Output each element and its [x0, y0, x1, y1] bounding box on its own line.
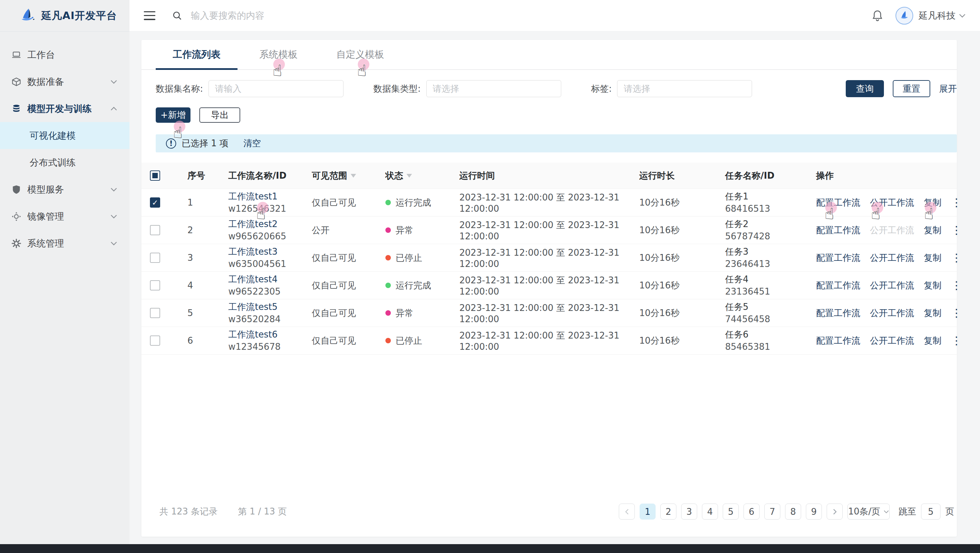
- select-all-checkbox[interactable]: [150, 171, 160, 181]
- sidebar-item-data-prep[interactable]: 数据准备: [0, 68, 129, 95]
- more-actions-icon[interactable]: ⋮: [951, 282, 962, 289]
- global-search[interactable]: 输入要搜索的内容: [172, 10, 872, 22]
- workflow-name-link[interactable]: 工作流test3: [228, 245, 303, 258]
- workflow-name-link[interactable]: 工作流test6: [228, 328, 303, 341]
- hamburger-menu-icon[interactable]: [144, 11, 155, 20]
- company-name[interactable]: 延凡科技: [919, 10, 956, 22]
- tab-1[interactable]: 工作流列表: [156, 40, 237, 69]
- filter-input-1[interactable]: 请输入: [208, 80, 344, 97]
- page-button-6[interactable]: 6: [743, 504, 759, 520]
- status-badge: 异常: [385, 224, 451, 236]
- page-button-9[interactable]: 9: [806, 504, 822, 520]
- configure-workflow-link[interactable]: 配置工作流: [816, 197, 861, 209]
- workflow-name-link[interactable]: 工作流test5: [228, 301, 303, 313]
- configure-workflow-link[interactable]: 配置工作流: [816, 280, 861, 292]
- page-indicator-text: 第 1 / 13 页: [238, 505, 286, 518]
- prev-page-button[interactable]: [619, 504, 635, 520]
- sidebar-item-system-mgmt[interactable]: 系统管理: [0, 230, 129, 257]
- more-actions-icon[interactable]: ⋮: [951, 337, 962, 344]
- sidebar-item-image-mgmt[interactable]: 镜像管理: [0, 203, 129, 230]
- copy-link[interactable]: 复制: [924, 307, 942, 319]
- filter-input-2[interactable]: 请选择: [426, 80, 561, 97]
- row-index: 5: [179, 300, 220, 327]
- publish-workflow-link[interactable]: 公开工作流: [870, 307, 914, 319]
- row-checkbox[interactable]: [150, 225, 160, 235]
- row-checkbox[interactable]: [150, 253, 160, 263]
- publish-workflow-link[interactable]: 公开工作流: [870, 197, 914, 209]
- add-new-button[interactable]: +新增: [156, 107, 191, 123]
- configure-workflow-link[interactable]: 配置工作流: [816, 252, 861, 264]
- page-button-1[interactable]: 1: [640, 504, 655, 520]
- more-actions-icon[interactable]: ⋮: [951, 227, 962, 234]
- publish-workflow-link[interactable]: 公开工作流: [870, 280, 914, 292]
- publish-workflow-link: 公开工作流: [870, 224, 914, 236]
- page-button-3[interactable]: 3: [681, 504, 697, 520]
- page-button-8[interactable]: 8: [785, 504, 801, 520]
- more-actions-icon[interactable]: ⋮: [951, 309, 962, 316]
- task-id: 23136451: [725, 285, 808, 298]
- app-title: 延凡AI开发平台: [41, 9, 117, 23]
- next-page-button[interactable]: [827, 504, 843, 520]
- more-actions-icon[interactable]: ⋮: [951, 254, 962, 261]
- table-row: 5工作流test5w36520284仅自己可见异常2023-12-31 12:0…: [142, 300, 957, 327]
- copy-link[interactable]: 复制: [924, 280, 942, 292]
- sidebar-item-label: 工作台: [27, 49, 55, 61]
- task-name: 任务4: [725, 273, 808, 285]
- chevron-down-icon: [110, 214, 117, 218]
- column-header-runtime: 运行时间: [459, 170, 495, 182]
- page-size-select[interactable]: 10条/页: [848, 504, 890, 520]
- publish-workflow-link[interactable]: 公开工作流: [870, 335, 914, 347]
- workflow-name-link[interactable]: 工作流test4: [228, 273, 303, 285]
- configure-workflow-link[interactable]: 配置工作流: [816, 307, 861, 319]
- workflow-id: w12345678: [228, 341, 303, 353]
- export-button[interactable]: 导出: [199, 107, 240, 123]
- page-button-4[interactable]: 4: [702, 504, 718, 520]
- workflow-name-link[interactable]: 工作流test1: [228, 190, 303, 202]
- sidebar-item-distributed-training[interactable]: 分布式训练: [0, 149, 129, 176]
- query-button[interactable]: 查询: [846, 80, 884, 97]
- actions-row: +新增 导出: [142, 107, 957, 123]
- filter-funnel-icon[interactable]: [407, 174, 412, 180]
- row-checkbox[interactable]: ✓: [150, 198, 160, 208]
- reset-button[interactable]: 重置: [893, 80, 930, 97]
- filter-input-3[interactable]: 请选择: [617, 80, 752, 97]
- search-input[interactable]: 输入要搜索的内容: [191, 10, 264, 22]
- sidebar-item-model-service[interactable]: 模型服务: [0, 176, 129, 203]
- configure-workflow-link[interactable]: 配置工作流: [816, 335, 861, 347]
- sidebar-item-visual-modeling[interactable]: 可视化建模: [0, 122, 129, 149]
- row-checkbox[interactable]: [150, 335, 160, 346]
- shield-icon: [11, 185, 21, 195]
- chevron-down-icon: [884, 509, 889, 515]
- notification-bell-icon[interactable]: [872, 10, 883, 22]
- status-badge: 已停止: [385, 252, 451, 264]
- page-button-5[interactable]: 5: [723, 504, 739, 520]
- copy-link[interactable]: 复制: [924, 197, 942, 209]
- runtime-value: 2023-12-31 12:00:00 至 2023-12-31 12:00:0…: [451, 189, 631, 217]
- column-header-visibility: 可见范围: [312, 170, 347, 182]
- jump-page-input[interactable]: 5: [921, 504, 940, 520]
- sidebar-item-label: 可视化建模: [30, 129, 76, 142]
- status-dot-icon: [385, 228, 391, 233]
- sidebar-item-model-dev-train[interactable]: 模型开发与训练: [0, 95, 129, 122]
- copy-link[interactable]: 复制: [924, 224, 942, 236]
- sidebar-item-workbench[interactable]: 工作台: [0, 41, 129, 68]
- workflow-id: w126546321: [228, 202, 303, 215]
- row-checkbox[interactable]: [150, 280, 160, 290]
- sidebar-item-label: 分布式训练: [30, 156, 76, 169]
- workflow-name-link[interactable]: 工作流test2: [228, 218, 303, 230]
- more-actions-icon[interactable]: ⋮: [951, 199, 962, 206]
- tab-3[interactable]: 自定义模板: [319, 40, 401, 69]
- clear-selection-link[interactable]: 清空: [243, 137, 261, 149]
- page-button-7[interactable]: 7: [764, 504, 780, 520]
- page-button-2[interactable]: 2: [660, 504, 676, 520]
- user-avatar[interactable]: [896, 7, 913, 24]
- filter-funnel-icon[interactable]: [351, 174, 356, 180]
- configure-workflow-link[interactable]: 配置工作流: [816, 224, 861, 236]
- publish-workflow-link[interactable]: 公开工作流: [870, 252, 914, 264]
- expand-link[interactable]: 展开: [939, 83, 957, 95]
- workflow-id: w36520284: [228, 313, 303, 325]
- tab-2[interactable]: 系统模板: [237, 40, 319, 69]
- copy-link[interactable]: 复制: [924, 335, 942, 347]
- copy-link[interactable]: 复制: [924, 252, 942, 264]
- row-checkbox[interactable]: [150, 308, 160, 318]
